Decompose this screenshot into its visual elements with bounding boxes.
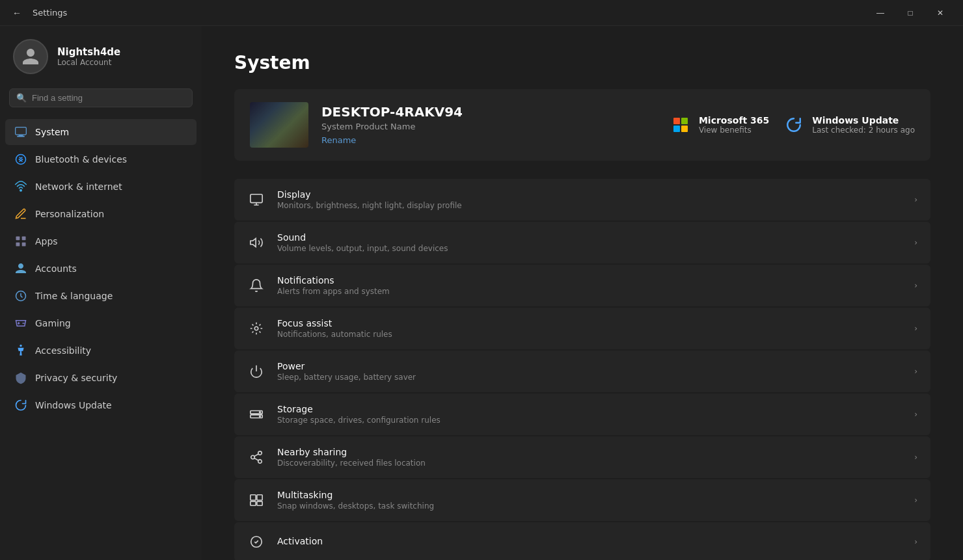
svg-rect-11 <box>251 194 262 203</box>
settings-item-multitasking[interactable]: Multitasking Snap windows, desktops, tas… <box>234 479 930 521</box>
network-icon <box>14 180 27 193</box>
user-info: Nightsh4de Local Account <box>57 46 120 67</box>
sidebar-item-accessibility[interactable]: Accessibility <box>5 338 197 364</box>
svg-rect-7 <box>16 243 20 247</box>
close-button[interactable]: ✕ <box>925 0 955 26</box>
sidebar-item-gaming[interactable]: Gaming <box>5 310 197 336</box>
back-icon: ← <box>12 8 21 18</box>
windows-update-icon <box>782 113 806 137</box>
sidebar-item-accounts[interactable]: Accounts <box>5 256 197 282</box>
nearby-text: Nearby sharing Discoverability, received… <box>277 447 902 468</box>
focus-label: Focus assist <box>277 318 902 328</box>
svg-point-3 <box>16 155 26 165</box>
privacy-icon <box>14 371 27 384</box>
settings-item-activation[interactable]: Activation › <box>234 522 930 560</box>
minimize-button[interactable]: — <box>865 0 895 26</box>
chevron-icon: › <box>914 537 917 546</box>
settings-item-notifications[interactable]: Notifications Alerts from apps and syste… <box>234 265 930 306</box>
rename-link[interactable]: Rename <box>321 135 356 145</box>
svg-point-19 <box>258 451 262 455</box>
svg-point-4 <box>20 190 22 192</box>
svg-rect-0 <box>16 127 27 135</box>
settings-item-focus[interactable]: Focus assist Notifications, automatic ru… <box>234 308 930 349</box>
settings-item-nearby[interactable]: Nearby sharing Discoverability, received… <box>234 436 930 478</box>
quick-action-ms365[interactable]: Microsoft 365 View benefits <box>669 113 769 137</box>
search-icon: 🔍 <box>16 93 27 103</box>
device-name: DESKTOP-4RAKV94 <box>321 104 656 120</box>
system-icon <box>14 126 27 139</box>
settings-item-storage[interactable]: Storage Storage space, drives, configura… <box>234 393 930 435</box>
sound-text: Sound Volume levels, output, input, soun… <box>277 232 902 253</box>
svg-rect-1 <box>19 135 23 136</box>
sidebar-item-bluetooth[interactable]: Bluetooth & devices <box>5 146 197 172</box>
quick-actions: Microsoft 365 View benefits Windows Upda… <box>669 113 915 137</box>
sound-icon <box>247 233 265 252</box>
user-avatar-icon <box>21 47 40 66</box>
avatar <box>13 39 48 74</box>
titlebar-title: Settings <box>33 8 67 18</box>
back-button[interactable]: ← <box>8 4 26 22</box>
svg-marker-12 <box>251 239 256 247</box>
ms365-text: Microsoft 365 View benefits <box>699 115 769 135</box>
sidebar-label-apps: Apps <box>35 236 58 247</box>
activation-icon <box>247 533 265 551</box>
nearby-icon <box>247 448 265 466</box>
nav-section: System Bluetooth & devices <box>0 116 202 560</box>
sidebar-item-privacy[interactable]: Privacy & security <box>5 365 197 391</box>
sidebar-item-personalization[interactable]: Personalization <box>5 201 197 227</box>
nearby-label: Nearby sharing <box>277 447 902 457</box>
search-input[interactable] <box>32 93 185 103</box>
windows-update-label: Windows Update <box>812 115 915 126</box>
accessibility-icon <box>14 344 27 357</box>
multitasking-text: Multitasking Snap windows, desktops, tas… <box>277 490 902 511</box>
notifications-desc: Alerts from apps and system <box>277 287 902 296</box>
sidebar-item-update[interactable]: Windows Update <box>5 392 197 418</box>
sidebar-item-system[interactable]: System <box>5 119 197 145</box>
display-text: Display Monitors, brightness, night ligh… <box>277 189 902 210</box>
windows-update-text: Windows Update Last checked: 2 hours ago <box>812 115 915 135</box>
personalization-icon <box>14 207 27 220</box>
svg-point-18 <box>260 416 261 417</box>
sidebar-label-system: System <box>35 127 69 137</box>
multitasking-label: Multitasking <box>277 490 902 500</box>
settings-list: Display Monitors, brightness, night ligh… <box>234 179 930 560</box>
sidebar-label-personalization: Personalization <box>35 209 104 219</box>
display-desc: Monitors, brightness, night light, displ… <box>277 201 902 210</box>
search-box: 🔍 <box>9 88 193 107</box>
svg-point-20 <box>251 455 255 459</box>
sidebar-item-time[interactable]: Time & language <box>5 283 197 309</box>
svg-rect-26 <box>251 501 256 505</box>
quick-action-windows-update[interactable]: Windows Update Last checked: 2 hours ago <box>782 113 915 137</box>
svg-rect-6 <box>22 237 26 241</box>
windows-update-sub: Last checked: 2 hours ago <box>812 126 915 135</box>
accounts-icon <box>14 262 27 275</box>
ms365-label: Microsoft 365 <box>699 115 769 126</box>
sidebar-label-gaming: Gaming <box>35 318 71 328</box>
settings-item-sound[interactable]: Sound Volume levels, output, input, soun… <box>234 222 930 263</box>
main-content: System DESKTOP-4RAKV94 System Product Na… <box>202 26 963 560</box>
chevron-icon: › <box>914 367 917 376</box>
app-container: Nightsh4de Local Account 🔍 <box>0 26 963 560</box>
chevron-icon: › <box>914 453 917 462</box>
chevron-icon: › <box>914 324 917 333</box>
ms365-icon <box>669 113 692 137</box>
svg-rect-5 <box>16 237 20 241</box>
search-container: 🔍 <box>0 88 202 116</box>
sidebar-item-network[interactable]: Network & internet <box>5 174 197 200</box>
chevron-icon: › <box>914 410 917 419</box>
settings-item-display[interactable]: Display Monitors, brightness, night ligh… <box>234 179 930 220</box>
device-image <box>250 102 308 148</box>
settings-item-power[interactable]: Power Sleep, battery usage, battery save… <box>234 351 930 392</box>
svg-rect-25 <box>257 495 262 500</box>
sidebar-item-apps[interactable]: Apps <box>5 228 197 254</box>
sidebar-label-update: Windows Update <box>35 400 112 410</box>
update-icon <box>14 399 27 412</box>
svg-point-21 <box>258 460 262 464</box>
maximize-button[interactable]: □ <box>895 0 925 26</box>
sidebar-label-accounts: Accounts <box>35 263 77 274</box>
device-type: System Product Name <box>321 122 656 131</box>
device-info: DESKTOP-4RAKV94 System Product Name Rena… <box>321 104 656 146</box>
user-profile[interactable]: Nightsh4de Local Account <box>0 26 202 86</box>
device-card: DESKTOP-4RAKV94 System Product Name Rena… <box>234 89 930 161</box>
username: Nightsh4de <box>57 46 120 58</box>
